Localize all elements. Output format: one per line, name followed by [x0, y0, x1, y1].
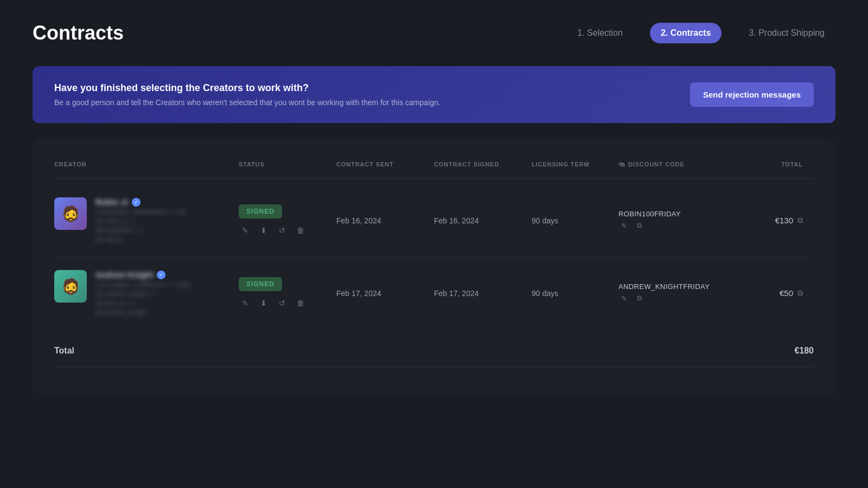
licensing-term-2: 90 days	[532, 289, 618, 298]
col-total: TOTAL	[738, 161, 803, 168]
creator-name-1: Robin Jr ✓	[95, 197, 186, 207]
banner-heading: Have you finished selecting the Creators…	[54, 82, 441, 94]
shopify-icon: 🛍	[618, 161, 625, 168]
creator-cell-2: 🧔 Andrew Knight ✓ Los Angeles, Californi…	[54, 270, 239, 316]
discount-actions-2: ✎ ⧉	[618, 293, 738, 304]
discount-cell-1: ROBIN100FRIDAY ✎ ⧉	[618, 210, 738, 231]
discount-cell-2: ANDREW_KNIGHTFRIDAY ✎ ⧉	[618, 282, 738, 304]
creator-detail-1c: @robinjr2017 • 1	[95, 227, 186, 234]
banner-text: Have you finished selecting the Creators…	[54, 82, 441, 107]
col-creator: CREATOR	[54, 161, 239, 168]
total-label: Total	[54, 346, 74, 356]
contract-sent-1: Feb 16, 2024	[336, 216, 434, 225]
status-cell-1: SIGNED ✎ ⬇ ↺ 🗑	[239, 204, 336, 237]
col-contract-signed: CONTRACT SIGNED	[434, 161, 532, 168]
creator-detail-2d: @ andrew_knight	[95, 309, 190, 316]
action-icons-2: ✎ ⬇ ↺ 🗑	[239, 297, 336, 310]
licensing-term-1: 90 days	[532, 216, 618, 225]
banner-body: Be a good person and tell the Creators w…	[54, 98, 441, 107]
creator-detail-1a: Amsterdam, Netherlands • 1.2k	[95, 208, 186, 216]
col-discount-code: 🛍 DISCOUNT CODE	[618, 161, 738, 168]
copy-discount-icon-2[interactable]: ⧉	[634, 293, 644, 304]
creator-detail-2a: Los Angeles, California • 1 • New	[95, 281, 190, 288]
contract-signed-2: Feb 17, 2024	[434, 289, 532, 298]
status-cell-2: SIGNED ✎ ⬇ ↺ 🗑	[239, 277, 336, 310]
step-contracts[interactable]: 2. Contracts	[650, 23, 722, 43]
copy-total-icon-2[interactable]: ⧉	[797, 288, 803, 298]
signed-badge-1: SIGNED	[239, 204, 282, 219]
rejection-banner: Have you finished selecting the Creators…	[33, 66, 835, 123]
creator-info-2: Andrew Knight ✓ Los Angeles, California …	[95, 270, 190, 316]
creator-detail-2c: andrew_jk • 1	[95, 299, 190, 307]
creator-info-1: Robin Jr ✓ Amsterdam, Netherlands • 1.2k…	[95, 197, 186, 243]
page-header: Contracts 1. Selection 2. Contracts 3. P…	[33, 22, 835, 44]
total-cell-2: €50 ⧉	[738, 288, 803, 298]
grand-total-amount: €180	[794, 346, 814, 356]
send-rejection-button[interactable]: Send rejection messages	[690, 82, 814, 107]
step-selection[interactable]: 1. Selection	[566, 23, 634, 43]
copy-total-icon-1[interactable]: ⧉	[797, 216, 803, 225]
contracts-table: CREATOR STATUS CONTRACT SENT CONTRACT SI…	[33, 139, 835, 394]
edit-discount-icon-2[interactable]: ✎	[618, 293, 629, 304]
contract-sent-2: Feb 17, 2024	[336, 289, 434, 298]
table-row: 🧔 Robin Jr ✓ Amsterdam, Netherlands • 1.…	[54, 184, 814, 257]
delete-contract-icon-1[interactable]: 🗑	[294, 224, 307, 237]
copy-discount-icon-1[interactable]: ⧉	[634, 220, 644, 231]
contract-signed-1: Feb 16, 2024	[434, 216, 532, 225]
creator-detail-2b: @ andrew_knight • 1	[95, 290, 190, 298]
avatar-2: 🧔	[54, 270, 87, 303]
creator-name-2: Andrew Knight ✓	[95, 270, 190, 279]
verified-badge-1: ✓	[132, 198, 141, 207]
edit-contract-icon-1[interactable]: ✎	[239, 224, 252, 237]
total-amount-2: €50	[780, 288, 793, 298]
col-licensing-term: LICENSING TERM	[532, 161, 618, 168]
col-status: STATUS	[239, 161, 336, 168]
download-contract-icon-1[interactable]: ⬇	[257, 224, 270, 237]
discount-actions-1: ✎ ⧉	[618, 220, 738, 231]
table-row: 🧔 Andrew Knight ✓ Los Angeles, Californi…	[54, 257, 814, 330]
reset-contract-icon-1[interactable]: ↺	[276, 224, 289, 237]
total-divider	[54, 367, 814, 367]
edit-contract-icon-2[interactable]: ✎	[239, 297, 252, 310]
verified-badge-2: ✓	[157, 271, 165, 279]
delete-contract-icon-2[interactable]: 🗑	[294, 297, 307, 310]
discount-code-2: ANDREW_KNIGHTFRIDAY	[618, 282, 738, 291]
table-header-row: CREATOR STATUS CONTRACT SENT CONTRACT SI…	[54, 156, 814, 179]
action-icons-1: ✎ ⬇ ↺ 🗑	[239, 224, 336, 237]
edit-discount-icon-1[interactable]: ✎	[618, 220, 629, 231]
grand-total-row: Total €180	[54, 330, 814, 361]
total-cell-1: €130 ⧉	[738, 216, 803, 225]
steps-navigation: 1. Selection 2. Contracts 3. Product Shi…	[566, 23, 835, 43]
creator-detail-1d: @ robin.jr	[95, 236, 186, 243]
creator-detail-1b: @ robin_jr • 1	[95, 217, 186, 225]
page-title: Contracts	[33, 22, 124, 44]
avatar-1: 🧔	[54, 197, 87, 230]
col-contract-sent: CONTRACT SENT	[336, 161, 434, 168]
discount-code-1: ROBIN100FRIDAY	[618, 210, 738, 218]
download-contract-icon-2[interactable]: ⬇	[257, 297, 270, 310]
total-amount-1: €130	[775, 216, 793, 225]
creator-cell-1: 🧔 Robin Jr ✓ Amsterdam, Netherlands • 1.…	[54, 197, 239, 243]
reset-contract-icon-2[interactable]: ↺	[276, 297, 289, 310]
step-product-shipping[interactable]: 3. Product Shipping	[738, 23, 835, 43]
signed-badge-2: SIGNED	[239, 277, 282, 291]
